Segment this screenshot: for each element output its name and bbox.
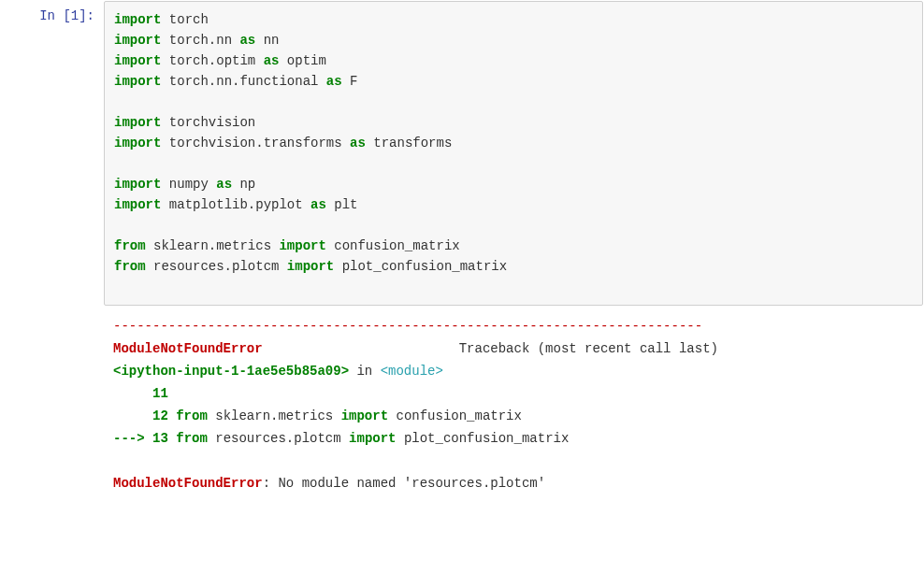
code-input-area[interactable]: import torchimport torch.nn as nnimport … xyxy=(104,1,923,306)
code-line: import torch.nn.functional as F xyxy=(114,71,913,92)
output-cell: ----------------------------------------… xyxy=(0,307,924,503)
code-line: import torch.nn as nn xyxy=(114,30,913,50)
tb-separator: ----------------------------------------… xyxy=(113,315,914,337)
tb-error-name-final: ModuleNotFoundError xyxy=(113,476,263,491)
tb-module: <module> xyxy=(381,364,443,379)
input-prompt: In [1]: xyxy=(1,1,104,306)
output-prompt xyxy=(1,308,104,502)
tb-traceback-label: Traceback (most recent call last) xyxy=(459,341,718,356)
code-line: import torchvision xyxy=(114,112,913,133)
code-line: from resources.plotcm import plot_confus… xyxy=(114,256,913,277)
code-line: from sklearn.metrics import confusion_ma… xyxy=(114,236,913,256)
prompt-label: In [1]: xyxy=(39,8,94,23)
code-line: import torch xyxy=(114,9,913,30)
code-line xyxy=(114,92,913,112)
tb-context-line: 12 from sklearn.metrics import confusion… xyxy=(113,405,914,427)
tb-error-name: ModuleNotFoundError xyxy=(113,341,263,356)
tb-error-line: ---> 13 from resources.plotcm import plo… xyxy=(113,427,914,450)
tb-context-line: 11 xyxy=(113,382,914,405)
traceback-output: ----------------------------------------… xyxy=(104,308,923,502)
tb-final-error: ModuleNotFoundError: No module named 're… xyxy=(113,472,914,494)
code-line: import torchvision.transforms as transfo… xyxy=(114,133,913,153)
blank-line xyxy=(113,450,914,472)
code-line: import matplotlib.pyplot as plt xyxy=(114,194,913,215)
code-line xyxy=(114,153,913,174)
code-line xyxy=(114,215,913,236)
code-cell: In [1]: import torchimport torch.nn as n… xyxy=(0,0,924,307)
code-line: import torch.optim as optim xyxy=(114,50,913,71)
code-line xyxy=(114,277,913,297)
code-line: import numpy as np xyxy=(114,174,913,194)
tb-header: ModuleNotFoundError Traceback (most rece… xyxy=(113,337,914,360)
tb-source: <ipython-input-1-1ae5e5b85a09> xyxy=(113,364,349,379)
tb-location: <ipython-input-1-1ae5e5b85a09> in <modul… xyxy=(113,360,914,382)
